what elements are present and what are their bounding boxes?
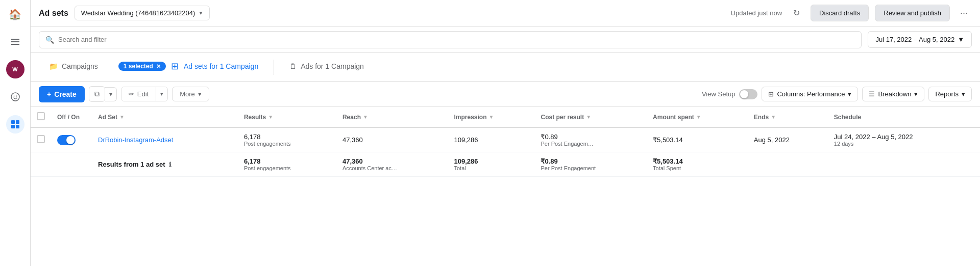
th-cost-per-result: Cost per result▼: [534, 107, 647, 127]
breakdown-icon: ☰: [869, 90, 875, 98]
ads-tab-label: Ads for 1 Campaign: [301, 62, 364, 70]
reach-sort-icon: ▼: [363, 114, 368, 120]
topbar-more-button[interactable]: ···: [956, 6, 972, 20]
duplicate-icon: ⧉: [94, 90, 100, 98]
row-toggle-on[interactable]: [57, 135, 76, 145]
edit-btn-group: ✏ Edit ▾: [121, 87, 168, 101]
sidebar-avatar[interactable]: W: [6, 60, 24, 78]
ad-set-sort-icon: ▼: [119, 114, 125, 120]
ad-set-link[interactable]: DrRobin-Instagram-Adset: [98, 136, 173, 144]
duplicate-button[interactable]: ⧉: [89, 86, 105, 102]
badge-close-icon[interactable]: ✕: [156, 63, 161, 70]
columns-button[interactable]: ⊞ Columns: Performance ▾: [762, 87, 858, 101]
reports-label: Reports: [935, 90, 959, 98]
tab-adsets[interactable]: 1 selected ✕ ⊞ Ad sets for 1 Campaign: [108, 53, 268, 81]
account-selector[interactable]: Wedstar Wedding (746481623402204) ▼: [75, 6, 210, 20]
sidebar-emoji-icon[interactable]: [6, 88, 24, 106]
results-sort-icon: ▼: [268, 114, 273, 120]
sidebar-grid-icon[interactable]: [6, 115, 24, 134]
row-checkbox[interactable]: [37, 135, 45, 143]
th-impression: Impression▼: [448, 107, 534, 127]
tab-ads[interactable]: 🗒 Ads for 1 Campaign: [279, 53, 374, 81]
refresh-button[interactable]: ↻: [788, 5, 804, 21]
edit-label: Edit: [137, 90, 149, 98]
more-label: More: [180, 90, 195, 98]
create-label: Create: [54, 90, 77, 98]
view-setup-wrap: View Setup: [702, 89, 758, 99]
row-checkbox-cell: [31, 127, 51, 152]
table-row: DrRobin-Instagram-Adset 6,178 Post engag…: [31, 127, 980, 152]
sidebar-home-icon[interactable]: 🏠: [6, 5, 24, 23]
breakdown-button[interactable]: ☰ Breakdown ▾: [862, 87, 924, 101]
row-ad-set-name: DrRobin-Instagram-Adset: [92, 127, 238, 152]
row-cost: ₹0.89 Per Post Engagem…: [534, 127, 647, 152]
header-checkbox[interactable]: [37, 112, 45, 120]
row-amount: ₹5,503.14: [647, 127, 748, 152]
columns-chevron-icon: ▾: [848, 90, 851, 98]
impression-sort-icon: ▼: [488, 114, 494, 120]
summary-toggle-cell: [51, 152, 92, 177]
view-setup-toggle[interactable]: [739, 89, 757, 99]
campaigns-tab-label: Campaigns: [62, 62, 98, 70]
svg-point-2: [16, 96, 17, 97]
summary-checkbox-cell: [31, 152, 51, 177]
summary-info-icon: ℹ: [169, 161, 172, 168]
duplicate-arrow-button[interactable]: ▾: [105, 87, 117, 101]
cost-sub: Per Post Engagem…: [541, 141, 641, 147]
account-name: Wedstar Wedding (746481623402204): [81, 9, 195, 17]
badge-text: 1 selected: [124, 63, 153, 70]
summary-results: 6,178 Post engagements: [238, 152, 336, 177]
edit-button[interactable]: ✏ Edit: [121, 87, 156, 101]
th-reach: Reach▼: [336, 107, 448, 127]
search-icon: 🔍: [45, 36, 54, 44]
row-ends: Aug 5, 2022: [748, 127, 828, 152]
row-schedule: Jul 24, 2022 – Aug 5, 2022 12 days: [828, 127, 980, 152]
svg-rect-3: [11, 120, 15, 124]
more-button[interactable]: More ▾: [172, 87, 209, 101]
discard-drafts-button[interactable]: Discard drafts: [811, 5, 869, 21]
th-checkbox: [31, 107, 51, 127]
edit-arrow-button[interactable]: ▾: [156, 87, 167, 101]
th-ends: Ends▼: [748, 107, 828, 127]
th-results: Results▼: [238, 107, 336, 127]
row-impression: 109,286: [448, 127, 534, 152]
search-bar-row: 🔍 Jul 17, 2022 – Aug 5, 2022 ▼: [31, 26, 980, 53]
summary-ends: [748, 152, 828, 177]
summary-label: Results from 1 ad set ℹ: [92, 152, 238, 177]
summary-impression: 109,286 Total: [448, 152, 534, 177]
cost-sort-icon: ▼: [586, 114, 591, 120]
review-publish-button[interactable]: Review and publish: [875, 5, 950, 21]
sidebar-menu-icon[interactable]: [6, 33, 24, 51]
duplicate-btn-group: ⧉ ▾: [89, 86, 117, 102]
breakdown-chevron-icon: ▾: [914, 90, 918, 98]
tabs-row: 📁 Campaigns 1 selected ✕ ⊞ Ad sets for 1…: [31, 53, 980, 82]
row-results: 6,178 Post engagements: [238, 127, 336, 152]
create-button[interactable]: + Create: [39, 86, 85, 102]
search-input-wrap[interactable]: 🔍: [39, 31, 862, 48]
adsets-table: Off / On Ad Set▼ Results▼ Reach▼ Impress: [31, 107, 980, 177]
adsets-tab-label: Ad sets for 1 Campaign: [184, 62, 258, 70]
schedule-sub: 12 days: [834, 141, 974, 147]
account-chevron-icon: ▼: [198, 10, 203, 16]
breakdown-label: Breakdown: [878, 90, 911, 98]
date-range-button[interactable]: Jul 17, 2022 – Aug 5, 2022 ▼: [868, 31, 972, 48]
top-bar: Ad sets Wedstar Wedding (746481623402204…: [31, 0, 980, 26]
toggle-knob: [740, 90, 748, 98]
svg-point-0: [11, 93, 19, 101]
edit-pencil-icon: ✏: [129, 90, 134, 98]
summary-cost: ₹0.89 Per Post Engagement: [534, 152, 647, 177]
tab-campaigns[interactable]: 📁 Campaigns: [39, 53, 108, 81]
search-input[interactable]: [58, 36, 855, 43]
main-content: Ad sets Wedstar Wedding (746481623402204…: [31, 0, 980, 266]
page-title: Ad sets: [39, 9, 68, 18]
svg-rect-4: [16, 120, 19, 124]
date-range-chevron-icon: ▼: [958, 36, 964, 43]
reports-button[interactable]: Reports ▾: [928, 87, 972, 101]
view-setup-label: View Setup: [702, 90, 736, 98]
ads-page-icon: 🗒: [289, 62, 297, 70]
summary-amount-sub: Total Spent: [653, 165, 742, 171]
columns-label: Columns: Performance: [777, 90, 845, 98]
summary-impression-sub: Total: [454, 165, 528, 171]
table-header-row: Off / On Ad Set▼ Results▼ Reach▼ Impress: [31, 107, 980, 127]
results-sub: Post engagements: [244, 141, 330, 147]
